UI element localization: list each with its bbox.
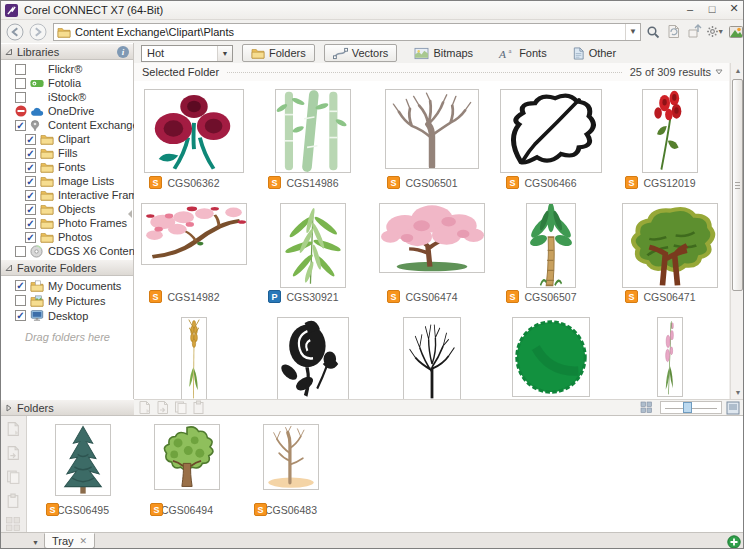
clipart-item[interactable] [491,317,610,399]
clipart-item[interactable]: SCGS06495 [31,424,135,518]
clipart-thumbnail[interactable] [181,317,207,399]
clipart-item[interactable]: SCGS12019 [610,89,729,191]
folders-filter-button[interactable]: Folders [242,44,315,62]
clipart-thumbnail[interactable] [526,203,576,288]
clipart-item[interactable]: SCGS06471 [610,203,729,305]
tray-paste-icon[interactable] [5,493,21,509]
clipart-item[interactable] [134,317,253,399]
category-select[interactable]: Hot ▼ [141,45,233,62]
search-icon[interactable] [644,23,662,41]
checkbox[interactable] [15,246,26,257]
clipart-item[interactable] [610,317,729,399]
clipart-item[interactable]: PCGS30921 [253,203,372,305]
favorite-folder-item[interactable]: ✓Desktop [1,308,133,323]
favorites-panel-header[interactable]: Favorite Folders [1,259,133,276]
checkbox[interactable]: ✓ [25,134,36,145]
large-thumbnails-icon[interactable] [726,401,740,415]
scrollbar-thumb[interactable] [732,79,743,291]
application-launcher-icon[interactable] [727,23,744,41]
clipart-item[interactable]: SCGS06483 [239,424,343,518]
checkbox[interactable]: ✓ [25,176,36,187]
clipart-thumbnail[interactable] [154,424,220,490]
clipart-thumbnail[interactable] [622,203,718,288]
checkbox[interactable]: ✓ [25,232,36,243]
favorite-folder-item[interactable]: My Pictures [1,293,133,308]
checkbox[interactable]: ✓ [15,280,26,291]
clipart-thumbnail[interactable] [277,317,349,399]
checkbox[interactable]: ✓ [25,162,36,173]
clipart-thumbnail[interactable] [263,424,319,490]
copy-item-icon[interactable] [173,400,188,415]
minimize-button[interactable]: – [679,1,701,16]
bitmaps-filter-button[interactable]: Bitmaps [406,44,481,62]
clipart-item[interactable]: SCGS14986 [253,89,372,191]
maximize-button[interactable]: □ [701,1,723,16]
library-item[interactable]: Fotolia [1,76,133,90]
open-file-icon[interactable] [137,400,152,415]
libraries-panel-header[interactable]: Libraries i [1,43,133,60]
clipart-item[interactable]: SCGS06474 [372,203,491,305]
export-icon[interactable] [686,23,704,41]
collapsed-triangle-icon[interactable] [5,404,13,412]
import-file-icon[interactable] [155,400,170,415]
back-button[interactable] [6,23,24,41]
tray-import-icon[interactable] [5,445,21,461]
library-item[interactable]: ✓Image Lists [1,174,133,188]
clipart-thumbnail[interactable] [385,89,479,169]
paste-item-icon[interactable] [191,400,206,415]
copy-content-icon[interactable] [665,23,683,41]
close-button[interactable]: ✕ [723,1,744,16]
add-tray-icon[interactable] [727,535,741,549]
library-item[interactable]: ✓Fonts [1,160,133,174]
checkbox[interactable] [15,78,26,89]
info-icon[interactable]: i [117,46,129,58]
chevron-down-icon[interactable]: ▼ [217,46,232,61]
clipart-item[interactable] [372,317,491,399]
results-caret-icon[interactable] [715,69,723,75]
clipart-thumbnail[interactable] [500,89,602,173]
expand-triangle-icon[interactable] [5,264,13,272]
library-item[interactable]: OneDrive [1,104,133,118]
scroll-down-icon[interactable]: ▼ [731,385,744,399]
vectors-filter-button[interactable]: Vectors [324,44,398,62]
library-item[interactable]: Flickr® [1,62,133,76]
library-item[interactable]: ✓Objects [1,202,133,216]
checkbox[interactable]: ✓ [25,148,36,159]
tray-open-icon[interactable] [5,421,21,437]
clipart-item[interactable] [253,317,372,399]
settings-gear-icon[interactable]: ▼ [706,23,724,41]
tray-view-icon[interactable] [5,516,21,532]
other-filter-button[interactable]: Other [564,44,625,62]
checkbox[interactable]: ✓ [25,204,36,215]
close-tray-icon[interactable]: ✕ [80,536,88,546]
checkbox[interactable]: ✓ [25,190,36,201]
clipart-thumbnail[interactable] [657,317,683,397]
checkbox[interactable] [15,295,26,306]
address-input[interactable]: Content Exchange\Clipart\Plants ▼ [53,23,641,41]
address-dropdown-icon[interactable]: ▼ [625,24,640,40]
clipart-thumbnail[interactable] [144,89,244,173]
tray-tab[interactable]: Tray ✕ [44,533,95,549]
clipart-thumbnail[interactable] [642,89,698,173]
clipart-thumbnail[interactable] [379,203,485,273]
clipart-thumbnail[interactable] [141,203,247,265]
clipart-item[interactable]: SCGS06501 [372,89,491,191]
sidebar-collapse-icon[interactable] [127,209,133,221]
checkbox[interactable]: ✓ [25,218,36,229]
clipart-thumbnail[interactable] [275,89,351,173]
clipart-thumbnail[interactable] [280,203,346,288]
scroll-up-icon[interactable]: ▲ [731,63,744,77]
library-item[interactable]: iStock® [1,90,133,104]
library-item[interactable]: ✓Fills [1,146,133,160]
library-item[interactable]: ✓Photo Frames [1,216,133,230]
small-thumbnails-icon[interactable] [640,401,653,414]
slider-handle[interactable] [683,402,692,413]
clipart-thumbnail[interactable] [403,317,461,399]
library-item[interactable]: CDGS X6 Content [1,244,133,258]
clipart-item[interactable]: SCGS06362 [134,89,253,191]
clipart-thumbnail[interactable] [512,317,590,397]
library-item[interactable]: ✓Photos [1,230,133,244]
favorite-folder-item[interactable]: ✓My Documents [1,278,133,293]
library-item[interactable]: ✓Interactive Frames [1,188,133,202]
thumbnail-size-slider[interactable] [660,401,722,414]
